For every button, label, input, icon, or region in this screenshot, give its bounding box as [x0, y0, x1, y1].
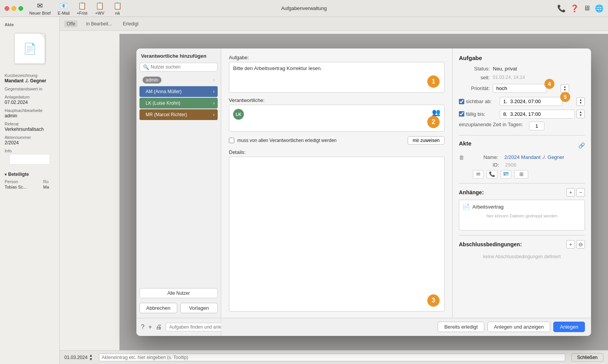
aufgabe-section: Aufgabe: Bitte den Arbeitsvertrag Korrek… [229, 55, 445, 93]
abschluss-add-button[interactable]: + [566, 240, 575, 249]
verantwortliche-section: Verantwortliche: 👥 LK 2 [229, 97, 445, 132]
details-section: Details: 3 [229, 149, 445, 312]
footer-print-button[interactable]: 🖨 [156, 322, 162, 332]
anhaenge-add-button[interactable]: + [566, 188, 575, 197]
globe-icon[interactable]: 🌐 [595, 4, 603, 13]
divider-3 [459, 235, 585, 235]
document-icon: 📄 [14, 33, 45, 64]
fällig-bis-label: fällig bis: [466, 111, 497, 117]
aufgabe-textarea[interactable]: Bitte den Arbeitsvertrag Korrektur lesen… [229, 62, 445, 93]
prioritaet-label: Priorität: [459, 85, 490, 91]
na-button[interactable]: 📋 nä [112, 2, 123, 15]
checkbox-row: muss von allen Verantwortlichen erledigt… [229, 136, 445, 145]
sichtbar-ab-input[interactable] [500, 97, 563, 106]
user-chip-admin: admin [143, 77, 161, 83]
abschluss-empty-text: keine Abschlussbedingungen definiert [459, 251, 585, 262]
user-search-input[interactable] [151, 64, 214, 70]
aktennummer-row: Aktennummer 2/2024 [0, 133, 59, 146]
user-chip-lk: LK (Luise Krohn) [143, 100, 183, 107]
prioritaet-input[interactable] [493, 84, 547, 93]
muss-checkbox[interactable] [229, 138, 234, 143]
traffic-lights [5, 6, 23, 11]
details-textarea[interactable]: 3 [229, 157, 445, 312]
user-item-lk[interactable]: LK (Luise Krohn) › [139, 98, 218, 109]
frist-icon: 📋 [77, 2, 87, 10]
neuer-brief-icon: ✉ [35, 2, 45, 10]
document-thumbnail: 📄 [0, 28, 59, 71]
footer-help-button[interactable]: ? [141, 322, 144, 332]
user-panel-title: Verantwortliche hinzufügen [139, 53, 218, 59]
schliessen-button[interactable]: Schließen [571, 353, 603, 362]
date-stepper[interactable]: ▲▼ [89, 354, 93, 361]
akte-email-btn[interactable]: ✉ [473, 170, 484, 179]
beteiligte-header[interactable]: ▾ Beteiligte [0, 169, 59, 179]
akte-name-value[interactable]: 2/2024 Mandant ./. Gegner [504, 154, 564, 160]
maximize-button[interactable] [18, 6, 23, 11]
divider-1 [459, 135, 585, 135]
fällig-bis-input[interactable] [500, 110, 575, 119]
anlegen-button[interactable]: Anlegen [553, 322, 585, 332]
divider-2 [459, 183, 585, 184]
fällig-bis-stepper[interactable]: ▲ ▼ [576, 110, 585, 118]
modal-dialog: Verantwortliche hinzufügen 🔍 admin › [136, 48, 591, 336]
user-item-admin[interactable]: admin › [139, 75, 218, 85]
anlegen-anzeigen-button[interactable]: Anlegen und anzeigen [487, 322, 550, 332]
neuer-brief-button[interactable]: ✉ Neuer Brief [29, 2, 51, 15]
kurzbezeichnung-row: Kurzbezeichnung Mandant ./. Gegner [0, 71, 59, 84]
sichtbar-ab-checkbox[interactable] [459, 99, 464, 104]
drop-hint: hier können Dateien gedroppt werden [462, 212, 581, 220]
link-icon[interactable]: 🔗 [578, 142, 585, 149]
info-field[interactable] [9, 154, 50, 165]
modal-bottom: ? + 🖨 OK Bereits erledigt Anlegen und an… [136, 318, 591, 336]
modal-body: Verantwortliche hinzufügen 🔍 admin › [136, 48, 591, 318]
footer-add-button[interactable]: + [148, 322, 152, 332]
question-icon[interactable]: ❓ [570, 4, 579, 13]
right-icons: 📞 ❓ 🖥 🌐 [557, 4, 603, 13]
wv-button[interactable]: 📋 +WV [94, 2, 105, 15]
anhang-item: 📄 Arbeitsvertrag [462, 203, 581, 210]
einzuplanende-input[interactable] [529, 122, 544, 130]
close-button[interactable] [5, 6, 9, 11]
email-button[interactable]: 📧 E-Mail [58, 2, 70, 15]
akte-id-row: ID: 2906 [459, 162, 585, 168]
sichtbar-ab-stepper[interactable]: ▲ ▼ [576, 97, 585, 106]
abschluss-remove-button[interactable]: ⊖ [576, 240, 585, 249]
vorlagen-button[interactable]: Vorlagen [180, 303, 218, 313]
akte-more-btn[interactable]: ⊞ [514, 170, 528, 179]
anhang-doc-icon: 📄 [462, 203, 470, 210]
trash-icon[interactable]: 🗑 [459, 154, 464, 160]
akte-action-icons: ✉ 📞 🪪 ⊞ [459, 170, 585, 179]
sub-toolbar-offe[interactable]: Offe [64, 20, 77, 27]
akte-card-btn[interactable]: 🪪 [501, 170, 511, 179]
hauptsachbearbeiter-row: Hauptsachbearbeite admin [0, 106, 59, 119]
sub-toolbar-erledigt[interactable]: Erledigt [121, 20, 141, 27]
akte-phone-btn[interactable]: 📞 [487, 170, 497, 179]
frist-button[interactable]: 📋 +Frist [77, 2, 87, 15]
beteiligte-chevron-icon: ▾ [5, 172, 7, 177]
all-users-button[interactable]: Alle Nutzer [139, 288, 218, 298]
step-3-badge: 3 [427, 294, 440, 307]
sichtbar-ab-row: sichtbar ab: 5 ▲ ▼ [459, 97, 585, 107]
chevron-right-icon: › [213, 77, 215, 83]
seit-value: 01.03.24, 14:14 [493, 75, 525, 80]
user-chip-mr: MR (Marcel Richter) [143, 111, 190, 118]
akte-name-label: Name: [467, 154, 498, 160]
screenlock-icon[interactable]: 🖥 [583, 4, 590, 13]
user-item-am[interactable]: AM (Anna Müller) › [139, 86, 218, 97]
sub-toolbar-bearbeit[interactable]: in Bearbeit... [84, 20, 114, 27]
chevron-right-icon-mr: › [213, 112, 215, 117]
mir-zuweisen-button[interactable]: mir zuweisen [408, 136, 445, 145]
top-bar: ✉ Neuer Brief 📧 E-Mail 📋 +Frist 📋 +WV 📋 … [0, 0, 608, 17]
fällig-bis-checkbox[interactable] [459, 111, 464, 117]
phone-icon[interactable]: 📞 [557, 4, 566, 13]
user-item-mr[interactable]: MR (Marcel Richter) › [139, 109, 218, 120]
bereits-erledigt-button[interactable]: Bereits erledigt [438, 322, 484, 332]
abbrechen-button[interactable]: Abbrechen [139, 303, 177, 313]
status-date: 01.03.2024 ▲▼ [64, 354, 93, 361]
minimize-button[interactable] [12, 6, 16, 11]
details-label: Details: [229, 149, 445, 155]
akteneintrag-input[interactable] [99, 354, 565, 361]
user-search-box[interactable]: 🔍 [139, 63, 218, 72]
prioritaet-stepper[interactable]: ▲ ▼ [561, 84, 569, 93]
anhaenge-remove-button[interactable]: − [576, 188, 585, 197]
